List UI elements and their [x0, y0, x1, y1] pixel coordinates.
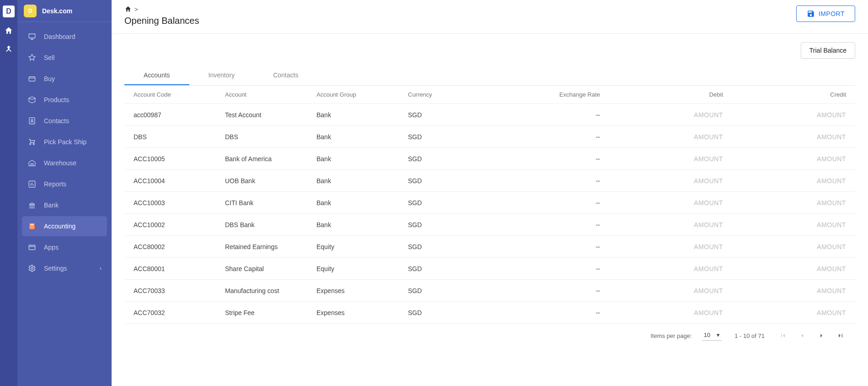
cell-account-group: Bank — [316, 155, 408, 163]
cell-currency: SGD — [408, 309, 499, 316]
next-page-icon[interactable] — [816, 330, 827, 341]
credit-input[interactable] — [766, 221, 846, 228]
per-page-select[interactable]: 10 ▾ — [702, 331, 722, 341]
table-row: ACC80001Share CapitalEquitySGD-- — [124, 258, 855, 280]
tabs: AccountsInventoryContacts — [124, 66, 855, 86]
tab-contacts[interactable]: Contacts — [254, 66, 317, 85]
table-row: ACC10003CITI BankBankSGD-- — [124, 192, 855, 214]
sell-icon — [27, 53, 37, 62]
page-range: 1 - 10 of 71 — [734, 332, 765, 339]
debit-input[interactable] — [643, 155, 723, 163]
first-page-icon[interactable] — [777, 330, 788, 341]
credit-input[interactable] — [766, 309, 846, 316]
sidebar-item-sell[interactable]: Sell — [22, 48, 107, 68]
cell-account: Share Capital — [225, 265, 316, 272]
home-icon[interactable] — [4, 26, 14, 36]
sidebar-item-accounting[interactable]: Accounting — [22, 216, 107, 236]
sidebar-item-settings[interactable]: Settings› — [22, 258, 107, 278]
col-account-code: Account Code — [134, 91, 225, 98]
content: Trial Balance AccountsInventoryContacts … — [112, 34, 868, 386]
cell-account-code: DBS — [134, 133, 225, 141]
credit-input[interactable] — [766, 111, 846, 119]
sidebar-item-reports[interactable]: Reports — [22, 174, 107, 194]
debit-input[interactable] — [643, 309, 723, 316]
table-row: DBSDBSBankSGD-- — [124, 126, 855, 148]
sidebar-item-pick-pack-ship[interactable]: Pick Pack Ship — [22, 132, 107, 152]
credit-input[interactable] — [766, 287, 846, 294]
items-per-page-label: Items per page: — [650, 332, 691, 339]
cell-currency: SGD — [408, 177, 499, 185]
sidebar-item-label: Sell — [44, 54, 54, 61]
reports-icon — [27, 179, 37, 189]
sidebar-item-contacts[interactable]: Contacts — [22, 111, 107, 131]
credit-input[interactable] — [766, 133, 846, 141]
sidebar-item-label: Dashboard — [44, 33, 75, 40]
dashboard-icon — [27, 32, 37, 41]
debit-input[interactable] — [643, 243, 723, 250]
svg-point-12 — [30, 228, 31, 228]
import-button[interactable]: IMPORT — [796, 5, 855, 22]
sidebar-item-dashboard[interactable]: Dashboard — [22, 27, 107, 47]
bank-icon — [27, 201, 37, 210]
col-debit: Debit — [709, 91, 723, 98]
warehouse-icon — [27, 158, 37, 168]
breadcrumb-home-icon[interactable] — [124, 5, 132, 13]
cell-account-code: ACC70032 — [134, 309, 225, 316]
sidebar-item-products[interactable]: Products — [22, 90, 107, 110]
svg-point-5 — [33, 143, 34, 145]
apps-icon — [27, 243, 37, 252]
tab-accounts[interactable]: Accounts — [124, 66, 189, 85]
svg-rect-15 — [29, 245, 35, 250]
col-account-group: Account Group — [316, 91, 408, 98]
credit-input[interactable] — [766, 243, 846, 250]
debit-input[interactable] — [643, 111, 723, 119]
cell-currency: SGD — [408, 133, 499, 141]
sidebar-item-bank[interactable]: Bank — [22, 195, 107, 215]
last-page-icon[interactable] — [835, 330, 846, 341]
cell-account-group: Equity — [316, 243, 408, 250]
debit-input[interactable] — [643, 133, 723, 141]
per-page-value: 10 — [704, 332, 710, 338]
cell-currency: SGD — [408, 199, 499, 207]
cell-exchange-rate: -- — [596, 287, 600, 294]
merge-icon[interactable] — [4, 44, 14, 54]
pps-icon — [27, 137, 37, 147]
cell-account: Test Account — [225, 111, 316, 119]
svg-point-9 — [30, 226, 31, 227]
cell-exchange-rate: -- — [596, 309, 600, 316]
sidebar-item-apps[interactable]: Apps — [22, 237, 107, 257]
sidebar-item-buy[interactable]: Buy — [22, 69, 107, 89]
table-row: ACC10005Bank of AmericaBankSGD-- — [124, 148, 855, 170]
cell-account: Bank of America — [225, 155, 316, 163]
app-rail: D — [0, 0, 17, 386]
credit-input[interactable] — [766, 177, 846, 185]
svg-rect-0 — [29, 34, 35, 38]
col-exchange-rate: Exchange Rate — [559, 91, 600, 98]
debit-input[interactable] — [643, 199, 723, 207]
table: Account Code Account Account Group Curre… — [124, 86, 855, 324]
cell-currency: SGD — [408, 287, 499, 294]
sidebar-item-warehouse[interactable]: Warehouse — [22, 153, 107, 173]
tab-inventory[interactable]: Inventory — [189, 66, 254, 85]
cell-account-code: ACC10002 — [134, 221, 225, 228]
credit-input[interactable] — [766, 265, 846, 272]
cell-exchange-rate: -- — [596, 155, 600, 163]
cell-account: Manufacturing cost — [225, 287, 316, 294]
cell-exchange-rate: -- — [596, 221, 600, 228]
cell-account-group: Bank — [316, 133, 408, 141]
import-button-label: IMPORT — [819, 10, 845, 17]
prev-page-icon[interactable] — [797, 330, 808, 341]
cell-account: Stripe Fee — [225, 309, 316, 316]
breadcrumb: > — [124, 5, 199, 13]
pager: Items per page: 10 ▾ 1 - 10 of 71 — [124, 324, 855, 346]
trial-balance-button[interactable]: Trial Balance — [801, 42, 855, 59]
debit-input[interactable] — [643, 265, 723, 272]
debit-input[interactable] — [643, 177, 723, 185]
credit-input[interactable] — [766, 155, 846, 163]
table-row: ACC80002Retained EarningsEquitySGD-- — [124, 236, 855, 258]
sidebar-item-label: Pick Pack Ship — [44, 138, 86, 146]
credit-input[interactable] — [766, 199, 846, 207]
debit-input[interactable] — [643, 287, 723, 294]
cell-account-code: ACC80002 — [134, 243, 225, 250]
debit-input[interactable] — [643, 221, 723, 228]
